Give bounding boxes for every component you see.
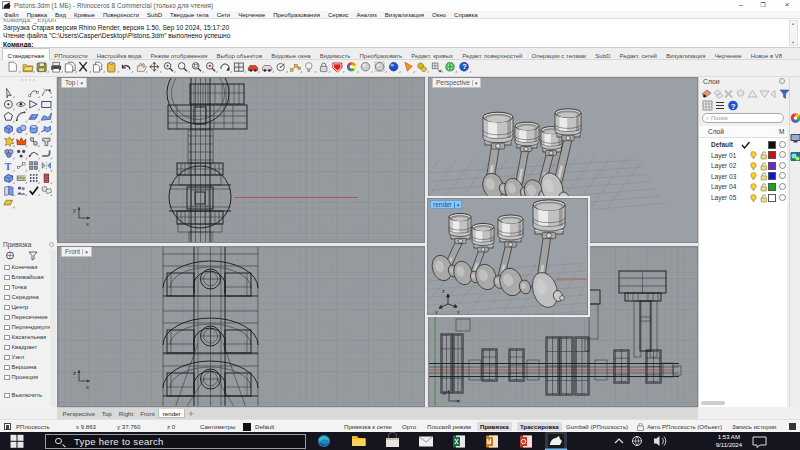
svg-text:123: 123 [18, 175, 27, 181]
svg-text:?: ? [731, 102, 736, 111]
svg-text:?: ? [462, 62, 467, 71]
svg-text:x: x [457, 309, 460, 315]
svg-text:x: x [86, 384, 89, 390]
svg-text:y: y [73, 207, 76, 213]
svg-text:z: z [442, 288, 445, 294]
svg-text:z: z [73, 370, 76, 376]
svg-text:z: z [443, 390, 446, 396]
svg-text:y: y [435, 309, 438, 315]
svg-text:x: x [86, 221, 89, 227]
svg-text:T: T [5, 161, 12, 172]
